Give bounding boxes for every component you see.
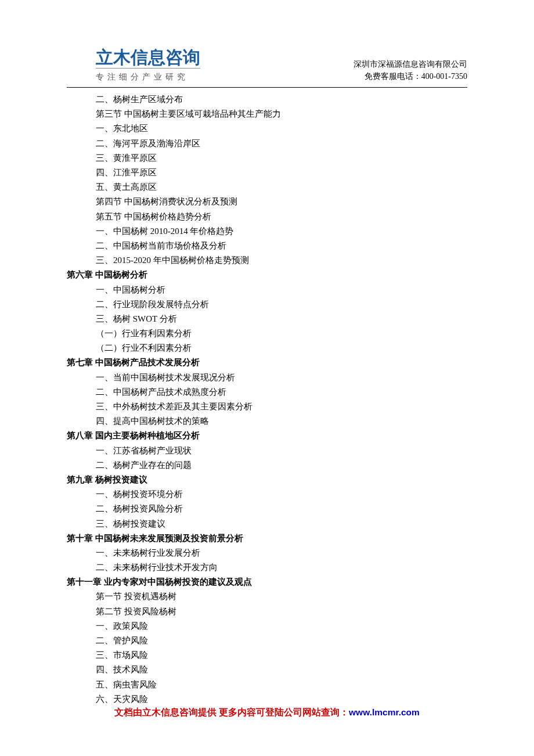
- toc-item: 二、中国杨树当前市场价格及分析: [96, 239, 467, 253]
- toc-item: 五、病虫害风险: [96, 678, 467, 692]
- document-page: 立木信息咨询 专注细分产业研究 深圳市深福源信息咨询有限公司 免费客服电话：40…: [0, 0, 534, 741]
- toc-item: 三、杨树投资建议: [96, 517, 467, 531]
- toc-item: 一、中国杨树 2010-2014 年价格趋势: [96, 224, 467, 239]
- toc-item: 二、海河平原及渤海沿岸区: [96, 136, 467, 151]
- toc-item: 二、中国杨树产品技术成熟度分析: [96, 385, 467, 399]
- toc-item: 三、杨树 SWOT 分析: [96, 312, 467, 326]
- toc-item: 四、技术风险: [96, 663, 467, 677]
- hotline-number: 400-001-7350: [421, 72, 467, 81]
- toc-chapter: 第十章 中国杨树未来发展预测及投资前景分析: [67, 531, 467, 546]
- company-name: 深圳市深福源信息咨询有限公司: [353, 58, 467, 70]
- logo-subtitle: 专注细分产业研究: [96, 68, 200, 84]
- toc-item: 第二节 投资风险杨树: [96, 604, 467, 619]
- toc-item: 五、黄土高原区: [96, 180, 467, 195]
- toc-chapter: 第八章 国内主要杨树种植地区分析: [67, 429, 467, 443]
- toc-item: 一、江苏省杨树产业现状: [96, 444, 467, 458]
- footer-text: 文档由立木信息咨询提供 更多内容可登陆公司网站查询：: [114, 707, 349, 717]
- toc-chapter: 第七章 中国杨树产品技术发展分析: [67, 355, 467, 370]
- toc-item: 一、中国杨树分析: [96, 283, 467, 297]
- toc-item: 一、杨树投资环境分析: [96, 487, 467, 502]
- table-of-contents: 二、杨树生产区域分布第三节 中国杨树主要区域可栽培品种其生产能力一、东北地区二、…: [67, 92, 467, 707]
- toc-item: 第三节 中国杨树主要区域可栽培品种其生产能力: [96, 107, 467, 121]
- toc-item: 第四节 中国杨树消费状况分析及预测: [96, 195, 467, 209]
- footer-url[interactable]: www.lmcmr.com: [349, 707, 420, 717]
- toc-item: 二、行业现阶段发展特点分析: [96, 297, 467, 312]
- toc-item: 二、杨树投资风险分析: [96, 502, 467, 516]
- toc-item: （一）行业有利因素分析: [96, 326, 467, 341]
- toc-item: 三、市场风险: [96, 648, 467, 663]
- page-footer: 文档由立木信息咨询提供 更多内容可登陆公司网站查询：www.lmcmr.com: [0, 705, 534, 720]
- toc-item: 四、江淮平原区: [96, 165, 467, 180]
- hotline-label: 免费客服电话：: [365, 72, 421, 81]
- logo-title: 立木信息咨询: [96, 48, 200, 67]
- toc-item: 第五节 中国杨树价格趋势分析: [96, 210, 467, 224]
- toc-item: 二、管护风险: [96, 633, 467, 648]
- toc-item: 二、杨树产业存在的问题: [96, 458, 467, 473]
- toc-item: 六、天灾风险: [96, 692, 467, 707]
- toc-item: 四、提高中国杨树技术的策略: [96, 414, 467, 429]
- toc-item: 一、当前中国杨树技术发展现况分析: [96, 370, 467, 385]
- toc-chapter: 第十一章 业内专家对中国杨树投资的建议及观点: [67, 575, 467, 589]
- toc-chapter: 第九章 杨树投资建议: [67, 473, 467, 487]
- logo-block: 立木信息咨询 专注细分产业研究: [67, 48, 200, 84]
- page-header: 立木信息咨询 专注细分产业研究 深圳市深福源信息咨询有限公司 免费客服电话：40…: [67, 48, 467, 88]
- toc-chapter: 第六章 中国杨树分析: [67, 268, 467, 282]
- hotline: 免费客服电话：400-001-7350: [353, 70, 467, 82]
- toc-item: （二）行业不利因素分析: [96, 341, 467, 355]
- toc-item: 第一节 投资机遇杨树: [96, 589, 467, 604]
- header-company-info: 深圳市深福源信息咨询有限公司 免费客服电话：400-001-7350: [353, 58, 467, 84]
- toc-item: 三、中外杨树技术差距及其主要因素分析: [96, 399, 467, 414]
- toc-item: 一、东北地区: [96, 121, 467, 136]
- toc-item: 一、政策风险: [96, 619, 467, 633]
- toc-item: 一、未来杨树行业发展分析: [96, 546, 467, 560]
- toc-item: 三、黄淮平原区: [96, 151, 467, 165]
- toc-item: 二、未来杨树行业技术开发方向: [96, 560, 467, 575]
- toc-item: 二、杨树生产区域分布: [96, 92, 467, 107]
- toc-item: 三、2015-2020 年中国杨树价格走势预测: [96, 253, 467, 268]
